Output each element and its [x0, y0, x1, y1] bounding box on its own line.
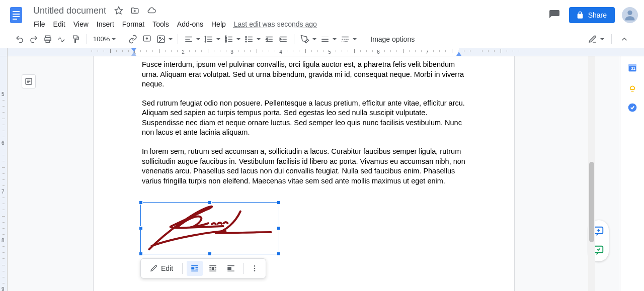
- collapse-toolbar-button[interactable]: [618, 33, 631, 46]
- menu-bar: File Edit View Insert Format Tools Add-o…: [30, 18, 547, 30]
- side-panel: 31: [620, 56, 644, 291]
- print-button[interactable]: [41, 33, 54, 46]
- last-edit-link[interactable]: Last edit was seconds ago: [230, 19, 320, 30]
- svg-rect-25: [212, 267, 214, 270]
- border-weight-button[interactable]: [318, 33, 338, 46]
- border-dash-button[interactable]: [339, 33, 358, 46]
- svg-text:3: 3: [225, 40, 227, 43]
- scrollbar-thumb[interactable]: [589, 162, 594, 242]
- svg-rect-1: [13, 11, 20, 12]
- svg-rect-24: [191, 267, 194, 270]
- svg-rect-2: [13, 14, 20, 15]
- resize-handle-ne[interactable]: [277, 201, 281, 205]
- docs-logo[interactable]: [6, 5, 26, 25]
- wrap-inline-button[interactable]: [187, 261, 203, 276]
- chevron-down-icon: [112, 38, 116, 40]
- svg-point-19: [246, 41, 247, 42]
- svg-marker-21: [131, 52, 136, 56]
- insert-link-button[interactable]: [126, 33, 139, 46]
- image-more-button[interactable]: [248, 261, 262, 276]
- resize-handle-e[interactable]: [277, 226, 281, 230]
- paragraph[interactable]: In lorem sem, rutrum sed accumsan a, sol…: [142, 147, 466, 186]
- menu-file[interactable]: File: [30, 19, 49, 30]
- show-outline-button[interactable]: [22, 74, 36, 88]
- svg-marker-20: [131, 48, 136, 52]
- zoom-select[interactable]: 100%: [91, 35, 118, 43]
- open-comments-button[interactable]: [547, 8, 562, 23]
- image-options-button[interactable]: Image options: [366, 35, 419, 43]
- header: Untitled document File Edit View Insert …: [0, 0, 644, 30]
- share-label: Share: [588, 11, 607, 19]
- svg-point-27: [254, 265, 256, 267]
- share-button[interactable]: Share: [569, 7, 615, 23]
- spellcheck-button[interactable]: A: [55, 33, 68, 46]
- signature-image: [141, 203, 279, 254]
- redo-button[interactable]: [27, 33, 40, 46]
- svg-rect-0: [10, 7, 22, 23]
- svg-point-6: [627, 11, 632, 15]
- svg-marker-22: [456, 52, 461, 56]
- wrap-text-button[interactable]: [205, 261, 221, 276]
- workspace: 56789 Fusce interdum, ipsum vel pulvinar…: [0, 56, 644, 291]
- pencil-icon: [150, 264, 158, 272]
- svg-point-18: [246, 38, 247, 39]
- svg-text:A: A: [58, 35, 62, 40]
- toolbar: A 100% 123 Image options: [0, 30, 644, 48]
- page[interactable]: Fusce interdum, ipsum vel pulvinar conva…: [93, 56, 515, 291]
- resize-handle-w[interactable]: [139, 226, 143, 230]
- move-icon[interactable]: [130, 6, 139, 15]
- keep-addon-icon[interactable]: [627, 82, 637, 92]
- vertical-ruler[interactable]: 56789: [0, 56, 8, 291]
- vertical-scrollbar[interactable]: [588, 56, 595, 291]
- resize-handle-s[interactable]: [208, 252, 212, 256]
- account-avatar[interactable]: [622, 7, 638, 23]
- svg-marker-5: [115, 7, 123, 14]
- increase-indent-button[interactable]: [277, 33, 290, 46]
- resize-handle-sw[interactable]: [139, 252, 143, 256]
- menu-help[interactable]: Help: [208, 19, 229, 30]
- lock-icon: [576, 11, 584, 19]
- horizontal-ruler[interactable]: 1234567: [0, 48, 644, 56]
- svg-rect-3: [13, 16, 20, 17]
- resize-handle-nw[interactable]: [139, 201, 143, 205]
- cloud-status-icon[interactable]: [146, 6, 156, 15]
- paragraph[interactable]: Fusce interdum, ipsum vel pulvinar conva…: [142, 60, 466, 89]
- document-title[interactable]: Untitled document: [30, 5, 109, 17]
- undo-button[interactable]: [13, 33, 26, 46]
- border-color-button[interactable]: [298, 33, 317, 46]
- numbered-list-button[interactable]: 123: [222, 33, 242, 46]
- align-button[interactable]: [182, 33, 201, 46]
- insert-image-button[interactable]: [154, 33, 174, 46]
- image-floating-toolbar: Edit: [140, 258, 266, 278]
- decrease-indent-button[interactable]: [263, 33, 276, 46]
- resize-handle-se[interactable]: [277, 252, 281, 256]
- svg-rect-26: [227, 267, 231, 270]
- line-spacing-button[interactable]: [202, 33, 221, 46]
- menu-edit[interactable]: Edit: [50, 19, 69, 30]
- menu-addons[interactable]: Add-ons: [174, 19, 207, 30]
- paragraph[interactable]: Sed rutrum feugiat odio non posuere. Pel…: [142, 99, 466, 138]
- break-text-button[interactable]: [223, 261, 239, 276]
- star-icon[interactable]: [114, 6, 123, 15]
- menu-view[interactable]: View: [70, 19, 92, 30]
- tasks-addon-icon[interactable]: [627, 103, 637, 113]
- menu-format[interactable]: Format: [119, 19, 148, 30]
- page-content[interactable]: Fusce interdum, ipsum vel pulvinar conva…: [94, 56, 514, 186]
- document-canvas[interactable]: Fusce interdum, ipsum vel pulvinar conva…: [8, 56, 620, 291]
- menu-insert[interactable]: Insert: [93, 19, 118, 30]
- svg-text:31: 31: [630, 66, 635, 71]
- svg-point-13: [159, 37, 161, 39]
- menu-tools[interactable]: Tools: [149, 19, 173, 30]
- resize-handle-n[interactable]: [208, 201, 212, 205]
- svg-point-28: [254, 268, 256, 269]
- title-area: Untitled document File Edit View Insert …: [30, 4, 547, 30]
- selected-image[interactable]: [140, 202, 279, 254]
- editing-mode-button[interactable]: [586, 33, 605, 46]
- add-comment-button[interactable]: [140, 33, 153, 46]
- paint-format-button[interactable]: [69, 33, 83, 46]
- calendar-addon-icon[interactable]: 31: [627, 62, 637, 72]
- edit-image-button[interactable]: Edit: [145, 261, 178, 276]
- svg-point-29: [254, 270, 256, 271]
- bulleted-list-button[interactable]: [243, 33, 262, 46]
- svg-point-17: [246, 36, 247, 37]
